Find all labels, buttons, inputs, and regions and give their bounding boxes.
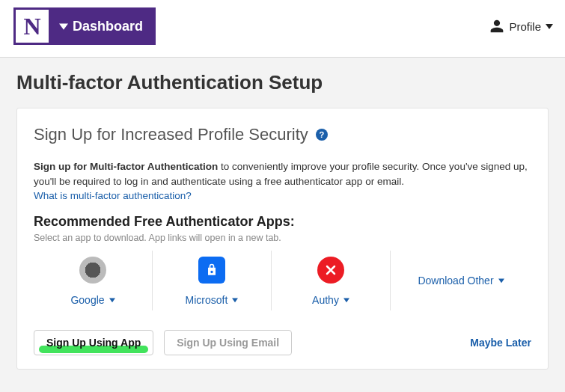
brand-logo-letter: N [23,13,40,40]
card-description: Sign up for Multi-factor Authentication … [34,159,531,189]
signup-using-app-button[interactable]: Sign Up Using App [34,330,153,355]
mfa-card: Sign Up for Increased Profile Security ?… [16,108,549,370]
card-title: Sign Up for Increased Profile Security [34,125,308,144]
app-label: Google [70,294,104,306]
signup-using-email-button[interactable]: Sign Up Using Email [164,330,292,355]
page-title: Multi-factor Authentication Setup [16,71,549,94]
help-icon[interactable]: ? [316,129,328,141]
card-title-row: Sign Up for Increased Profile Security ? [34,125,531,144]
app-link-microsoft: Microsoft [186,294,239,306]
caret-down-icon [546,22,553,30]
dashboard-dropdown[interactable]: Dashboard [49,10,153,43]
app-option-authy[interactable]: Authy [271,251,390,310]
app-label: Authy [312,294,339,306]
caret-down-icon [109,297,115,303]
microsoft-authenticator-icon [198,257,225,284]
authy-icon [317,257,344,284]
app-link-authy: Authy [312,294,349,306]
profile-menu[interactable]: Profile [489,19,553,34]
button-label: Sign Up Using App [46,337,141,349]
dashboard-label: Dashboard [73,19,143,34]
action-row: Sign Up Using App Sign Up Using Email Ma… [34,330,531,355]
maybe-later-link[interactable]: Maybe Later [470,337,531,349]
recommended-subtitle: Select an app to download. App links wil… [34,233,531,243]
caret-down-icon [498,278,504,284]
caret-down-icon [343,297,349,303]
app-label: Microsoft [186,294,228,306]
app-option-microsoft[interactable]: Microsoft [152,251,271,310]
google-authenticator-icon [79,257,106,284]
app-label: Download Other [418,275,493,287]
recommended-title: Recommended Free Authenticator Apps: [34,214,531,230]
app-options: Google Microsoft Authy [34,251,531,310]
brand-logo: N [16,10,49,43]
brand-container: N Dashboard [13,7,156,45]
button-label: Sign Up Using Email [177,337,279,349]
what-is-mfa-link[interactable]: What is multi-factor authentication? [34,190,192,201]
caret-down-icon [232,297,238,303]
person-icon [489,19,504,34]
top-bar: N Dashboard Profile [0,0,565,58]
app-link-google: Google [70,294,114,306]
profile-label: Profile [509,20,541,33]
app-option-other[interactable]: Download Other [390,251,531,310]
app-link-other: Download Other [418,275,504,287]
desc-bold: Sign up for Multi-factor Authentication [34,161,218,172]
page-body: Multi-factor Authentication Setup Sign U… [0,58,565,370]
app-option-google[interactable]: Google [34,251,152,310]
caret-down-icon [59,22,68,31]
